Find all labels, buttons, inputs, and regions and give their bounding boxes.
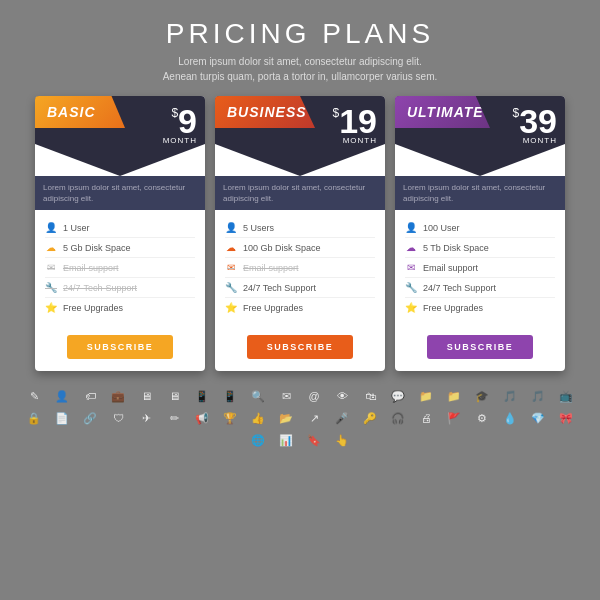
feature-icon: ⭐ — [405, 302, 417, 313]
feature-icon: 👤 — [45, 222, 57, 233]
plans-container: BASIC$9MONTHLorem ipsum dolor sit amet, … — [0, 96, 600, 371]
feature-item: 🔧24/7 Tech Support — [225, 278, 375, 298]
icon-26: 📢 — [188, 407, 216, 429]
plan-desc-business: Lorem ipsum dolor sit amet, consectetur … — [215, 176, 385, 210]
feature-item: 👤100 User — [405, 218, 555, 238]
plan-desc-basic: Lorem ipsum dolor sit amet, consectetur … — [35, 176, 205, 210]
feature-icon: ✉ — [45, 262, 57, 273]
icon-11: 👁 — [328, 385, 356, 407]
icon-10: @ — [300, 385, 328, 407]
feature-icon: 👤 — [225, 222, 237, 233]
icon-16: 🎓 — [468, 385, 496, 407]
feature-icon: 👤 — [405, 222, 417, 233]
icon-34: 🖨 — [412, 407, 440, 429]
page-title: PRICING PLANS — [166, 18, 434, 50]
icon-36: ⚙ — [468, 407, 496, 429]
icon-32: 🔑 — [356, 407, 384, 429]
icon-27: 🏆 — [216, 407, 244, 429]
icon-33: 🎧 — [384, 407, 412, 429]
icon-35: 🚩 — [440, 407, 468, 429]
feature-text: 5 Tb Disk Space — [423, 243, 489, 253]
feature-item: ✉Email support — [405, 258, 555, 278]
icon-4: 🖥 — [132, 385, 160, 407]
icon-20: 🔒 — [20, 407, 48, 429]
icon-30: ↗ — [300, 407, 328, 429]
icon-43: 👆 — [328, 429, 356, 451]
icon-42: 🔖 — [300, 429, 328, 451]
icon-3: 💼 — [104, 385, 132, 407]
subscribe-btn-business[interactable]: SUBSCRIBE — [247, 335, 354, 359]
icon-8: 🔍 — [244, 385, 272, 407]
icon-2: 🏷 — [76, 385, 104, 407]
feature-text: Email-support — [243, 263, 299, 273]
feature-item: ⭐Free Upgrades — [405, 298, 555, 317]
icon-0: ✎ — [20, 385, 48, 407]
icon-41: 📊 — [272, 429, 300, 451]
feature-item: ☁5 Gb Disk Space — [45, 238, 195, 258]
feature-text: 100 User — [423, 223, 460, 233]
feature-text: 24/7 Tech Support — [243, 283, 316, 293]
icon-9: ✉ — [272, 385, 300, 407]
feature-icon: ☁ — [45, 242, 57, 253]
feature-text: 100 Gb Disk Space — [243, 243, 321, 253]
plan-card-basic: BASIC$9MONTHLorem ipsum dolor sit amet, … — [35, 96, 205, 371]
page-subtitle: Lorem ipsum dolor sit amet, consectetur … — [163, 54, 438, 84]
icon-15: 📁 — [440, 385, 468, 407]
feature-text: Free Upgrades — [423, 303, 483, 313]
plan-name-business: BUSINESS — [215, 96, 315, 128]
icon-18: 🎵 — [524, 385, 552, 407]
feature-icon: ⭐ — [45, 302, 57, 313]
feature-item: ⭐Free Upgrades — [45, 298, 195, 317]
feature-item: 👤5 Users — [225, 218, 375, 238]
icon-37: 💧 — [496, 407, 524, 429]
icon-14: 📁 — [412, 385, 440, 407]
feature-icon: ☁ — [225, 242, 237, 253]
icon-1: 👤 — [48, 385, 76, 407]
feature-item: ✉Email-support — [45, 258, 195, 278]
feature-text: 5 Users — [243, 223, 274, 233]
icon-24: ✈ — [132, 407, 160, 429]
feature-icon: 🔧 — [45, 282, 57, 293]
icon-23: 🛡 — [104, 407, 132, 429]
feature-item: ✉Email-support — [225, 258, 375, 278]
feature-text: Email support — [423, 263, 478, 273]
feature-icon: 🔧 — [405, 282, 417, 293]
feature-text: Email-support — [63, 263, 119, 273]
icon-19: 📺 — [552, 385, 580, 407]
feature-item: ☁5 Tb Disk Space — [405, 238, 555, 258]
icon-38: 💎 — [524, 407, 552, 429]
plan-name-ultimate: ULTIMATE — [395, 96, 490, 128]
icons-grid: ✎👤🏷💼🖥🖥📱📱🔍✉@👁🛍💬📁📁🎓🎵🎵📺🔒📄🔗🛡✈✏📢🏆👍📂↗🎤🔑🎧🖨🚩⚙💧💎🎀… — [0, 377, 600, 455]
icon-7: 📱 — [216, 385, 244, 407]
icon-25: ✏ — [160, 407, 188, 429]
plan-name-basic: BASIC — [35, 96, 125, 128]
feature-text: 24/7-Tech-Support — [63, 283, 137, 293]
icon-17: 🎵 — [496, 385, 524, 407]
icon-29: 📂 — [272, 407, 300, 429]
icon-21: 📄 — [48, 407, 76, 429]
subscribe-btn-ultimate[interactable]: SUBSCRIBE — [427, 335, 534, 359]
feature-item: 🔧24/7 Tech Support — [405, 278, 555, 298]
feature-item: ☁100 Gb Disk Space — [225, 238, 375, 258]
icon-22: 🔗 — [76, 407, 104, 429]
icon-40: 🌐 — [244, 429, 272, 451]
feature-text: 24/7 Tech Support — [423, 283, 496, 293]
icon-28: 👍 — [244, 407, 272, 429]
icon-6: 📱 — [188, 385, 216, 407]
subscribe-btn-basic[interactable]: SUBSCRIBE — [67, 335, 174, 359]
plan-card-business: BUSINESS$19MONTHLorem ipsum dolor sit am… — [215, 96, 385, 371]
feature-text: Free Upgrades — [63, 303, 123, 313]
feature-icon: ✉ — [225, 262, 237, 273]
icon-5: 🖥 — [160, 385, 188, 407]
feature-icon: 🔧 — [225, 282, 237, 293]
icon-31: 🎤 — [328, 407, 356, 429]
feature-text: 5 Gb Disk Space — [63, 243, 131, 253]
feature-text: Free Upgrades — [243, 303, 303, 313]
icon-13: 💬 — [384, 385, 412, 407]
feature-icon: ☁ — [405, 242, 417, 253]
icon-12: 🛍 — [356, 385, 384, 407]
plan-card-ultimate: ULTIMATE$39MONTHLorem ipsum dolor sit am… — [395, 96, 565, 371]
feature-icon: ⭐ — [225, 302, 237, 313]
feature-item: ⭐Free Upgrades — [225, 298, 375, 317]
feature-item: 👤1 User — [45, 218, 195, 238]
